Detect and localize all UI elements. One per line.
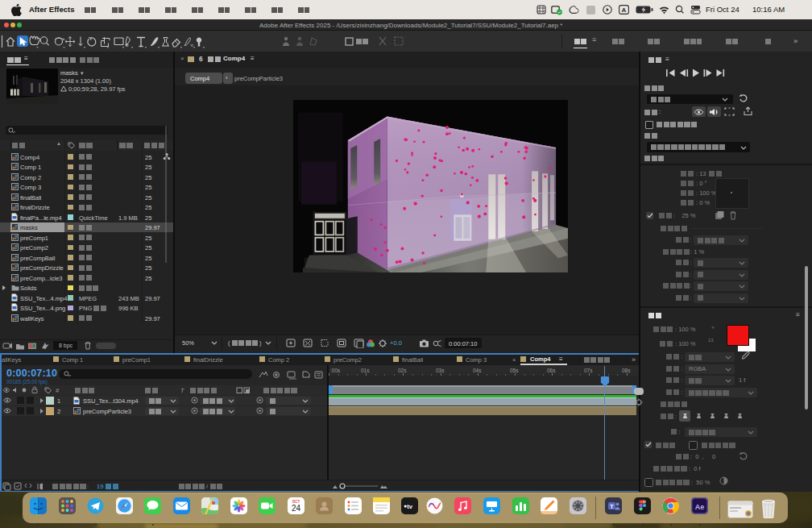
svg-text:T: T bbox=[610, 504, 614, 509]
svg-text:tv: tv bbox=[407, 503, 412, 510]
svg-text:24: 24 bbox=[291, 504, 300, 513]
svg-text:Ae: Ae bbox=[695, 503, 705, 511]
svg-text:A: A bbox=[622, 6, 627, 14]
svg-text:OCT: OCT bbox=[292, 500, 300, 504]
